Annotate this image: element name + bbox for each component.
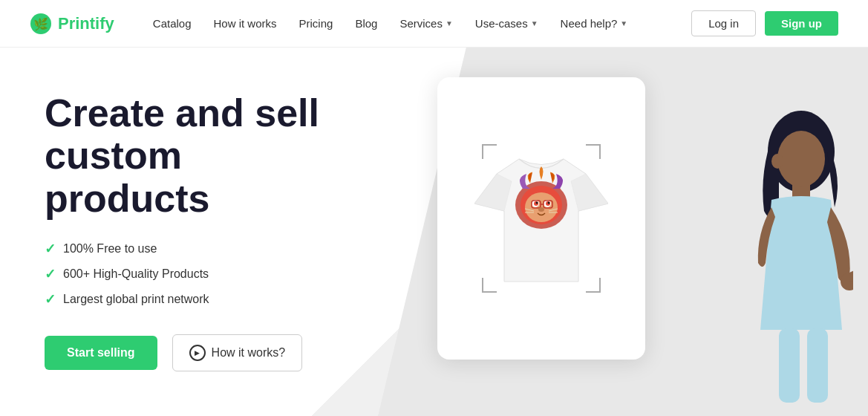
tshirt-wrapper <box>460 122 623 315</box>
check-item-2: ✓ 600+ High-Quality Products <box>45 266 342 282</box>
logo-icon: 🌿 <box>30 13 52 35</box>
signup-button[interactable]: Sign up <box>765 11 838 36</box>
nav-links: Catalog How it works Pricing Blog Servic… <box>144 11 691 36</box>
tshirt-card <box>437 77 645 360</box>
person-illustration <box>705 92 853 404</box>
nav-need-help[interactable]: Need help? ▼ <box>552 11 637 36</box>
bracket-tl <box>482 144 497 159</box>
bracket-br <box>586 278 601 293</box>
check-icon-3: ✓ <box>45 291 56 308</box>
hero-buttons: Start selling ▶ How it works? <box>45 334 342 371</box>
check-icon-2: ✓ <box>45 266 56 282</box>
svg-text:🌿: 🌿 <box>33 17 48 31</box>
check-item-3: ✓ Largest global print network <box>45 291 342 308</box>
nav-catalog[interactable]: Catalog <box>144 11 200 36</box>
services-chevron-icon: ▼ <box>446 19 453 27</box>
nav-blog[interactable]: Blog <box>346 11 386 36</box>
hero-left: Create and sell custom products ✓ 100% F… <box>0 62 386 401</box>
login-button[interactable]: Log in <box>691 10 756 36</box>
svg-rect-24 <box>779 328 800 403</box>
logo-text: Printify <box>58 14 114 33</box>
check-icon-1: ✓ <box>45 241 56 257</box>
nav-pricing[interactable]: Pricing <box>290 11 342 36</box>
svg-point-10 <box>548 202 550 204</box>
navbar: 🌿 Printify Catalog How it works Pricing … <box>0 0 868 48</box>
play-circle-icon: ▶ <box>189 345 206 361</box>
bracket-bl <box>482 278 497 293</box>
svg-point-14 <box>538 207 544 212</box>
svg-point-9 <box>536 202 538 204</box>
nav-services[interactable]: Services ▼ <box>391 11 461 36</box>
svg-rect-25 <box>807 328 828 403</box>
start-selling-button[interactable]: Start selling <box>45 336 157 370</box>
lion-design <box>512 166 571 233</box>
hero-illustration <box>378 48 868 416</box>
use-cases-chevron-icon: ▼ <box>531 19 538 27</box>
how-it-works-button[interactable]: ▶ How it works? <box>172 334 303 371</box>
hero-checklist: ✓ 100% Free to use ✓ 600+ High-Quality P… <box>45 241 342 308</box>
bracket-tr <box>586 144 601 159</box>
hero-section: Create and sell custom products ✓ 100% F… <box>0 48 868 416</box>
nav-how-it-works[interactable]: How it works <box>205 11 286 36</box>
hero-title: Create and sell custom products <box>45 92 342 220</box>
svg-point-21 <box>777 131 825 187</box>
check-item-1: ✓ 100% Free to use <box>45 241 342 257</box>
svg-point-22 <box>771 154 783 169</box>
nav-use-cases[interactable]: Use-cases ▼ <box>466 11 547 36</box>
nav-actions: Log in Sign up <box>691 10 838 36</box>
need-help-chevron-icon: ▼ <box>620 19 627 27</box>
logo[interactable]: 🌿 Printify <box>30 13 114 35</box>
